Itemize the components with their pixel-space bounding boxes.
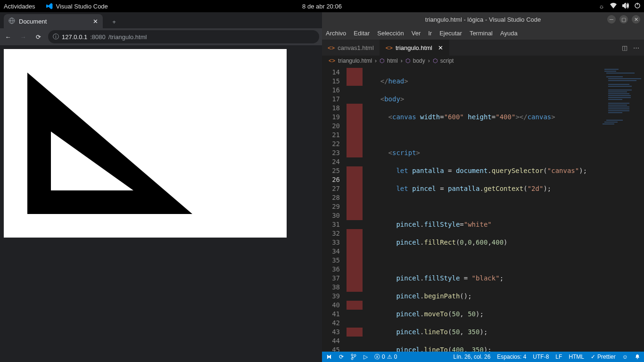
window-close-button[interactable]: ✕: [632, 15, 640, 24]
app-menu-label: Visual Studio Code: [56, 3, 107, 10]
menu-editar[interactable]: Editar: [354, 30, 370, 37]
vscode-icon: [46, 3, 53, 9]
browser-tab[interactable]: Document ✕: [4, 14, 103, 28]
status-bar: ⟳ ▷ ⓧ 0 ⚠ 0 Lín. 26, col. 26 Espacios: 4…: [322, 352, 644, 362]
svg-rect-11: [608, 80, 636, 81]
clock[interactable]: 8 de abr 20:06: [302, 3, 342, 10]
svg-point-31: [354, 354, 356, 356]
power-icon[interactable]: [635, 3, 640, 10]
more-actions-icon[interactable]: ⋯: [633, 44, 639, 51]
svg-rect-10: [608, 78, 641, 79]
minimap[interactable]: [602, 66, 644, 352]
svg-rect-15: [608, 91, 627, 92]
editor-tab-label: triangulo.html: [396, 44, 432, 51]
language-mode[interactable]: HTML: [569, 354, 584, 360]
activities-button[interactable]: Actividades: [4, 3, 35, 10]
forward-button[interactable]: →: [18, 33, 28, 41]
breadcrumb-item[interactable]: body: [413, 58, 425, 64]
browser-toolbar: ← → ⟳ ⓘ 127.0.0.1:8080/triangulo.html: [0, 28, 322, 45]
brightness-icon[interactable]: ☼: [599, 3, 604, 10]
svg-rect-14: [608, 90, 632, 90]
editor-tab-bar: <> canvas1.html <> triangulo.html ✕ ◫ ⋯: [322, 40, 644, 56]
svg-rect-9: [606, 76, 623, 77]
volume-icon[interactable]: [622, 3, 629, 10]
editor-tab-canvas1[interactable]: <> canvas1.html: [322, 40, 380, 56]
breadcrumb-item[interactable]: script: [440, 58, 454, 64]
url-path: /triangulo.html: [108, 33, 147, 41]
menu-ayuda[interactable]: Ayuda: [500, 30, 518, 37]
wifi-icon[interactable]: [610, 3, 617, 10]
browser-tab-title: Document: [19, 18, 47, 25]
browser-viewport: [0, 45, 322, 362]
sync-icon[interactable]: ⟳: [339, 354, 344, 360]
vscode-window: triangulo.html - lógica - Visual Studio …: [322, 12, 644, 362]
address-bar[interactable]: ⓘ 127.0.0.1:8080/triangulo.html: [48, 30, 319, 43]
menu-ejecutar[interactable]: Ejecutar: [439, 30, 462, 37]
close-tab-icon[interactable]: ✕: [438, 44, 443, 51]
window-maximize-button[interactable]: ▢: [619, 15, 628, 24]
site-info-icon[interactable]: ⓘ: [53, 33, 59, 41]
svg-rect-20: [608, 103, 629, 104]
gnome-top-bar: Actividades Visual Studio Code 8 de abr …: [0, 0, 644, 12]
svg-rect-26: [606, 120, 623, 121]
svg-rect-27: [604, 122, 618, 123]
editor-tab-triangulo[interactable]: <> triangulo.html ✕: [380, 40, 449, 56]
indentation[interactable]: Espacios: 4: [497, 354, 526, 360]
split-editor-icon[interactable]: ◫: [622, 44, 627, 51]
breadcrumb-item[interactable]: triangulo.html: [338, 58, 372, 64]
cursor-position[interactable]: Lín. 26, col. 26: [454, 354, 491, 360]
symbol-icon: ⬡: [380, 58, 384, 64]
code-editor[interactable]: 1415161718192021222324252627282930313233…: [322, 66, 644, 352]
svg-rect-16: [608, 93, 629, 94]
url-host: 127.0.0.1: [62, 33, 87, 41]
menu-ir[interactable]: Ir: [428, 30, 432, 37]
breadcrumb[interactable]: <> triangulo.html › ⬡ html › ⬡ body › ⬡ …: [322, 56, 644, 66]
svg-rect-12: [608, 84, 629, 85]
svg-point-29: [351, 354, 353, 356]
menu-archivo[interactable]: Archivo: [326, 30, 346, 37]
svg-rect-7: [604, 71, 616, 72]
svg-rect-21: [608, 105, 627, 106]
browser-tab-strip: Document ✕ +: [0, 12, 322, 28]
url-port: :8080: [90, 33, 106, 41]
vscode-title: triangulo.html - lógica - Visual Studio …: [425, 16, 541, 23]
notifications-icon[interactable]: [635, 354, 640, 360]
menu-seleccion[interactable]: Selección: [377, 30, 404, 37]
svg-rect-28: [603, 123, 614, 124]
svg-rect-23: [608, 108, 629, 109]
window-minimize-button[interactable]: ─: [607, 15, 616, 24]
menu-terminal[interactable]: Terminal: [470, 30, 493, 37]
reload-button[interactable]: ⟳: [33, 33, 43, 41]
symbol-icon: ⬡: [405, 58, 410, 64]
line-number-gutter: 1415161718192021222324252627282930313233…: [322, 66, 347, 352]
new-tab-button[interactable]: +: [107, 15, 121, 28]
encoding[interactable]: UTF-8: [533, 354, 549, 360]
svg-rect-13: [608, 86, 632, 87]
problems-indicator[interactable]: ⓧ 0 ⚠ 0: [374, 353, 397, 361]
debug-icon[interactable]: ▷: [363, 354, 368, 360]
svg-rect-22: [608, 107, 629, 107]
globe-icon: [8, 17, 15, 25]
feedback-icon[interactable]: ☺: [622, 354, 628, 360]
chevron-right-icon: ›: [375, 58, 377, 64]
chevron-right-icon: ›: [428, 58, 430, 64]
back-button[interactable]: ←: [3, 33, 13, 41]
breadcrumb-item[interactable]: html: [387, 58, 398, 64]
git-branch-icon[interactable]: [350, 354, 357, 360]
symbol-icon: ⬡: [433, 58, 438, 64]
svg-rect-25: [608, 112, 622, 113]
html-file-icon: <>: [329, 58, 335, 64]
editor-tab-label: canvas1.html: [338, 44, 374, 51]
svg-rect-18: [608, 97, 631, 98]
prettier-status[interactable]: ✓ Prettier: [591, 354, 616, 360]
close-tab-icon[interactable]: ✕: [93, 18, 98, 25]
remote-indicator[interactable]: [326, 354, 332, 360]
app-menu[interactable]: Visual Studio Code: [46, 3, 107, 10]
eol[interactable]: LF: [555, 354, 562, 360]
scm-change-stripe: [347, 66, 363, 352]
html-file-icon: <>: [386, 44, 393, 51]
svg-rect-17: [608, 95, 631, 96]
rendered-canvas: [4, 49, 287, 238]
html-file-icon: <>: [328, 44, 335, 51]
menu-ver[interactable]: Ver: [412, 30, 421, 37]
